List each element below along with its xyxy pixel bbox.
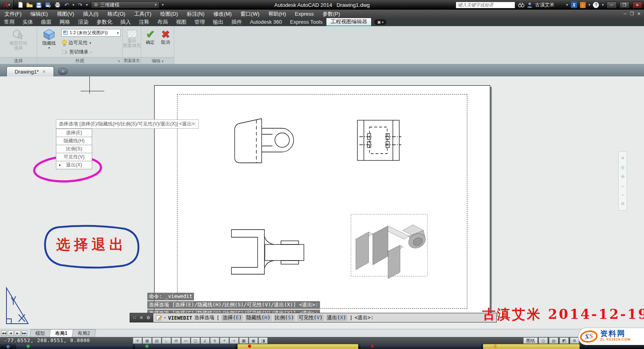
redo-button[interactable]: ↷ bbox=[77, 2, 84, 8]
help-icon[interactable]: ? bbox=[593, 2, 599, 8]
command-input[interactable]: ▾ VIEWEDIT 选择选项 [ 选择(E) 隐藏线(H) 比例(S) 可见性… bbox=[153, 313, 496, 322]
selectioncycling-toggle[interactable]: ◨ bbox=[258, 337, 268, 344]
menu-insert[interactable]: 插入(I) bbox=[78, 10, 103, 18]
qat-overflow-arrow-icon[interactable]: ▾ bbox=[162, 3, 164, 7]
menu-express[interactable]: Express bbox=[291, 10, 318, 18]
ribbon-tab-drafting-view-editor[interactable]: 工程视图编辑器 bbox=[326, 18, 371, 26]
exchange-apps-icon[interactable]: X bbox=[571, 2, 577, 8]
signed-in-username[interactable]: 古滇艾米 bbox=[535, 2, 563, 8]
search-binoculars-icon[interactable] bbox=[518, 2, 524, 8]
snap-toggle[interactable]: ▦ bbox=[142, 337, 152, 344]
ribbon-tab-insert[interactable]: 插入 bbox=[116, 18, 135, 26]
status-settings-gear-icon[interactable]: ⚙ bbox=[570, 337, 579, 344]
paper-model-button[interactable]: 图纸 bbox=[523, 337, 538, 344]
drawing-view-isometric-selected[interactable] bbox=[349, 211, 430, 279]
option-exit[interactable]: ●退出(X) bbox=[56, 161, 92, 169]
redo-dropdown-arrow-icon[interactable]: ▾ bbox=[86, 3, 88, 7]
ribbon-tab-home[interactable]: 常用 bbox=[0, 18, 19, 26]
menu-modify[interactable]: 修改(M) bbox=[209, 10, 236, 18]
ribbon-tab-output[interactable]: 输出 bbox=[209, 18, 227, 26]
restore-button[interactable]: ❒ bbox=[619, 2, 630, 8]
close-button[interactable]: ✕ bbox=[632, 2, 642, 8]
osnap-toggle[interactable]: ▭ bbox=[181, 337, 190, 344]
taskbar-app-5[interactable] bbox=[483, 344, 580, 349]
drawing-canvas[interactable]: 选择选项 [选择(E)/隐藏线(H)/比例(S)/可见性(V)/退出(X)] <… bbox=[0, 76, 644, 329]
app-logo[interactable]: A▾ bbox=[0, 0, 14, 10]
panel-title-select[interactable]: 选择 bbox=[0, 57, 37, 64]
cmd-option-scale[interactable]: 比例(S) bbox=[274, 314, 295, 321]
file-tab-drawing1[interactable]: Drawing1*✕ bbox=[6, 66, 54, 76]
ribbon-tab-surface[interactable]: 曲面 bbox=[37, 18, 56, 26]
cancel-button[interactable]: ✖ 取消 bbox=[158, 29, 173, 45]
navbar-more-arrow-icon[interactable]: ▾ bbox=[622, 193, 624, 197]
first-layout-button[interactable]: ◀◀ bbox=[1, 331, 7, 336]
quickview-drawings-icon[interactable]: ▤ bbox=[549, 337, 558, 344]
ribbon-tab-layout[interactable]: 布局 bbox=[153, 18, 172, 26]
view-scale-select[interactable]: 1:2 (来自父视图(F)) ▾ bbox=[61, 29, 121, 37]
panel-title-appearance[interactable]: 外观 ↘ bbox=[37, 57, 122, 64]
user-dropdown-arrow-icon[interactable]: ▾ bbox=[566, 3, 568, 7]
ribbon-tab-parametric[interactable]: 参数化 bbox=[93, 18, 116, 26]
pan-hand-icon[interactable]: ✣ bbox=[621, 174, 624, 179]
cmd-option-visibility[interactable]: 可见性(V) bbox=[297, 314, 324, 321]
orbit-icon[interactable]: ⊖ bbox=[621, 201, 624, 206]
panel-launcher-arrow-icon[interactable]: ↘ bbox=[117, 57, 120, 64]
infer-constraints-toggle[interactable]: ✛ bbox=[133, 337, 142, 344]
taskbar-app-3[interactable] bbox=[237, 344, 358, 349]
menu-dimension[interactable]: 标注(N) bbox=[182, 10, 209, 18]
menu-draw[interactable]: 绘图(D) bbox=[156, 10, 182, 18]
cmd-option-hidden-lines[interactable]: 隐藏线(H) bbox=[245, 314, 272, 321]
ribbon-tab-view[interactable]: 视图 bbox=[172, 18, 190, 26]
dyn-toggle[interactable]: ⌖ bbox=[220, 337, 229, 344]
menu-view[interactable]: 视图(V) bbox=[52, 10, 78, 18]
hidden-lines-button[interactable]: 隐藏线 ▾ bbox=[40, 29, 58, 50]
ribbon-tab-render[interactable]: 渲染 bbox=[74, 18, 93, 26]
osnap3d-toggle[interactable]: ◫ bbox=[191, 337, 200, 344]
help-search-input[interactable] bbox=[456, 2, 515, 8]
navbar-close-icon[interactable]: ✕ bbox=[621, 156, 624, 161]
updates-dropdown-arrow-icon[interactable]: ▾ bbox=[588, 3, 590, 7]
taskbar-app-4[interactable] bbox=[360, 344, 481, 349]
steering-wheel-icon[interactable]: ◎ bbox=[621, 165, 625, 170]
polar-toggle[interactable]: ⊘ bbox=[171, 337, 181, 344]
last-layout-button[interactable]: ▶▶ bbox=[21, 331, 27, 336]
undo-button[interactable]: ↶ bbox=[63, 2, 70, 8]
hidden-lines-dropdown-arrow-icon[interactable]: ▾ bbox=[48, 45, 50, 50]
new-file-button[interactable] bbox=[17, 2, 24, 8]
start-orb[interactable] bbox=[0, 344, 16, 349]
ok-button[interactable]: ✔ 确定 bbox=[143, 29, 157, 45]
ribbon-tab-annotate[interactable]: 注释 bbox=[135, 18, 153, 26]
command-bar-grip[interactable]: ∷ ✕ ⚙ bbox=[130, 313, 153, 322]
cmd-option-exit[interactable]: 退出(X) bbox=[326, 314, 348, 321]
new-tab-button[interactable]: ＋ bbox=[58, 68, 68, 75]
panel-title-edit[interactable]: 编辑 ▾ bbox=[141, 57, 174, 64]
edge-visibility-button[interactable]: 边可见性 ▾ bbox=[62, 39, 91, 46]
document-window-controls[interactable]: ─❒✕ bbox=[623, 11, 644, 16]
menu-help[interactable]: 帮助(H) bbox=[264, 10, 291, 18]
menu-format[interactable]: 格式(O) bbox=[103, 10, 130, 18]
command-line-bar[interactable]: ∷ ✕ ⚙ ▾ VIEWEDIT 选择选项 [ 选择(E) 隐藏线(H) 比例(… bbox=[130, 313, 497, 322]
help-dropdown-arrow-icon[interactable]: ▾ bbox=[602, 3, 604, 7]
menu-edit[interactable]: 编辑(E) bbox=[26, 10, 52, 18]
tab-model[interactable]: 模型 bbox=[30, 329, 51, 337]
tab-close-icon[interactable]: ✕ bbox=[42, 69, 45, 74]
tab-layout1[interactable]: 布局1 bbox=[50, 329, 73, 337]
option-hidden-lines[interactable]: 隐藏线(H) bbox=[56, 137, 92, 145]
option-select[interactable]: 选择(E) bbox=[56, 129, 92, 137]
drawing-view-bottom-left[interactable] bbox=[225, 224, 312, 277]
save-button[interactable] bbox=[35, 2, 42, 8]
workspace-switcher[interactable]: ⚙ 三维建模 ▾ bbox=[91, 1, 159, 8]
menu-window[interactable]: 窗口(W) bbox=[236, 10, 264, 18]
minimize-button[interactable]: ─ bbox=[607, 2, 617, 8]
navigation-bar[interactable]: ✕ ◎ ✣ ⌕ ▾ ⊖ bbox=[618, 151, 627, 211]
lineweight-toggle[interactable]: ＋ bbox=[229, 337, 239, 344]
ribbon-tab-manage[interactable]: 管理 bbox=[190, 18, 209, 26]
ducs-toggle[interactable]: ↯ bbox=[210, 337, 219, 344]
quickview-layouts-icon[interactable]: ◫ bbox=[539, 337, 548, 344]
ribbon-tab-express-tools[interactable]: Express Tools bbox=[286, 18, 327, 26]
ribbon-tab-plugins[interactable]: 插件 bbox=[227, 18, 246, 26]
tab-layout2[interactable]: 布局2 bbox=[72, 329, 95, 337]
save-as-button[interactable] bbox=[45, 2, 52, 8]
recent-commands-arrow-icon[interactable]: ▾ bbox=[164, 316, 166, 320]
grid-toggle[interactable]: ▤ bbox=[152, 337, 161, 344]
